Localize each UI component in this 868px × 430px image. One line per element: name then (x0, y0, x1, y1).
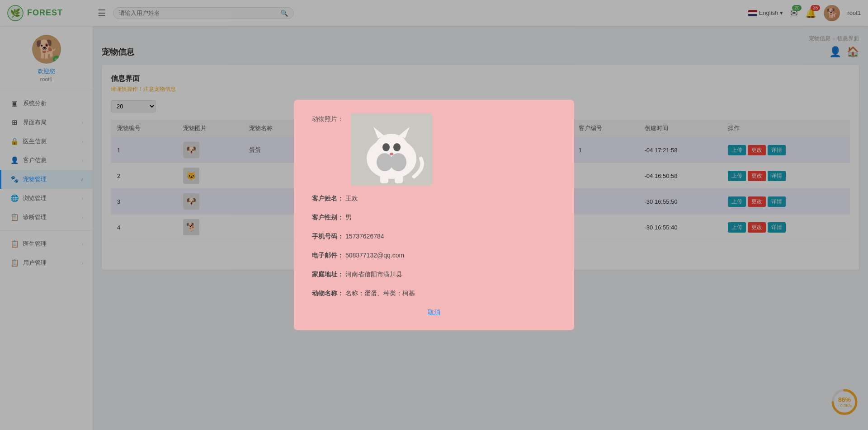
modal-field: 客户性别： 男 (312, 214, 556, 222)
modal-overlay: 动物照片： (0, 0, 868, 430)
modal-fields: 客户姓名： 王欢客户性别： 男手机号码： 15737626784电子邮件： 50… (312, 195, 556, 298)
svg-rect-14 (380, 174, 388, 183)
svg-point-10 (393, 143, 401, 151)
cat-photo-svg (351, 113, 432, 186)
svg-point-11 (390, 153, 393, 155)
modal-pet-photo (351, 113, 432, 186)
modal-field: 手机号码： 15737626784 (312, 233, 556, 241)
modal-photo-label: 动物照片： (312, 113, 344, 123)
svg-point-13 (390, 153, 406, 171)
svg-rect-15 (395, 174, 403, 183)
svg-point-9 (382, 143, 390, 151)
modal-field: 家庭地址： 河南省信阳市潢川县 (312, 271, 556, 279)
modal-cancel-button[interactable]: 取消 (428, 308, 440, 317)
modal-photo-row: 动物照片： (312, 113, 556, 186)
modal-field: 动物名称： 名称：蛋蛋、种类：柯基 (312, 290, 556, 298)
modal-actions: 取消 (312, 308, 556, 317)
modal-field: 电子邮件： 508377132@qq.com (312, 252, 556, 260)
info-modal: 动物照片： (294, 100, 574, 330)
modal-field: 客户姓名： 王欢 (312, 195, 556, 203)
